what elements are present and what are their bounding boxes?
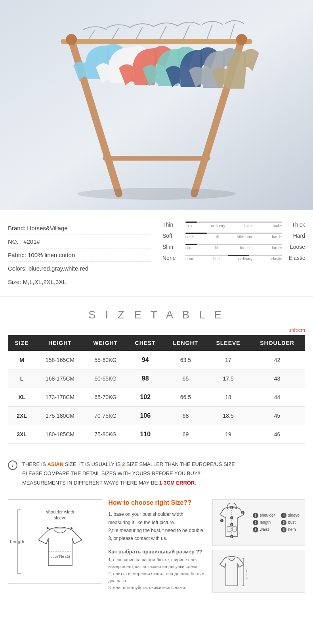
notice-highlight-asian: ASIAN [48,461,63,467]
col-lenght: LENGHT [164,335,207,351]
attr-soft-hard: Soft soft+ soft little hard hard+ Hard [162,233,305,239]
table-cell: 102 [127,388,164,407]
attr-slim-loose: Slim slim fit loose larger Loose [162,244,305,250]
attributes-panel: Thin thin ordinary thick thick+ Thick So… [158,222,305,288]
length-label: Length [10,540,25,544]
svg-text:5: 5 [231,517,232,519]
table-cell: XL [8,388,36,407]
legend-num-1: 1 [253,513,258,518]
notice-mid1: SIZE. IT IS USUALLY IS [63,461,122,467]
table-cell: 70-75KG [84,407,127,425]
attr-thin-thick: Thin thin ordinary thick thick+ Thick [162,222,305,228]
table-cell: 158-165CM [36,351,84,369]
table-cell: 68 [164,407,207,425]
attr-label-hard: Hard [285,233,305,239]
table-cell: 18 [207,388,249,407]
attr-bg [185,244,282,245]
table-header-row: SIZE HEIGHT WEIGHT CHEST LENGHT SLEEVE S… [8,335,305,351]
svg-text:3: 3 [231,524,232,526]
how-steps-ru: 1, основание на вашем бюсте, ширине плеч… [108,557,206,591]
table-row: 2XL175-180CM70-75KG1066818.545 [8,407,305,425]
attr-sub: soft+ soft little hard hard+ [185,235,282,239]
legend-num-6: 6 [281,527,286,532]
table-cell: 65 [164,369,207,388]
table-cell: 66.5 [164,388,207,407]
table-row: XL173-178CM65-70KG10266.51844 [8,388,305,407]
how-middle: How to choose right Size?? 1. base on yo… [108,499,206,591]
col-chest: CHEST [127,335,164,351]
hoodie-diagram: 1 2 3 4 5 6 1 shoulder [212,499,305,546]
how-steps-ru-title: Как выбрать правильный размер ?? [108,549,206,555]
notice-post1: SIZE SMALLER THAN THE EUROPE/US SIZE [125,461,235,467]
step-ru-3: 2, плитка измерения бюста, она должна бы… [108,570,206,584]
table-cell: 110 [127,425,164,444]
size-table: SIZE HEIGHT WEIGHT CHEST LENGHT SLEEVE S… [8,335,305,444]
how-right: 1 2 3 4 5 6 1 shoulder [212,499,305,593]
notice-line2: PLEASE COMPARE THE DETAIL SIZES WITH YOU… [22,469,235,478]
table-cell: M [8,351,36,369]
legend-label-bust: bust [288,519,296,526]
table-cell: 17.5 [207,369,249,388]
legend-hem: 6 hem [281,526,300,533]
legend-waist: 3 waist [253,526,275,533]
svg-rect-0 [0,0,313,210]
attr-fill [185,222,197,223]
step-1b: measuring it like the left picture. [108,519,206,527]
attr-fill [228,255,249,256]
notice-line1: THERE IS ASIAN SIZE. IT IS USUALLY IS 2 … [22,460,235,469]
svg-text:length: length [246,574,248,576]
svg-text:1: 1 [231,507,232,509]
table-cell: 55-60KG [84,351,127,369]
table-cell: 19 [207,425,249,444]
how-steps-en: 1. base on your bust,shoulder width. mea… [108,510,206,543]
step-ru-4: 3, или, пожалуйста, свяжитесь с нами. [108,584,206,591]
attr-none-elastic: None none liltte ordinary elastic Elasti… [162,255,305,261]
table-cell: 69 [164,425,207,444]
attr-bar-none-elastic: none liltte ordinary elastic [185,255,282,261]
brand-info-left: Brand: Horses&Village NO. : #201# Fabric… [8,222,158,288]
fabric-row: Fabric: 100% linen cotton [8,248,151,262]
table-cell: 94 [127,351,164,369]
table-cell: 98 [127,369,164,388]
legend-num-4: 4 [281,513,286,518]
svg-text:bust(Tile  x2): bust(Tile x2) [50,555,70,559]
table-cell: 60-65KG [84,369,127,388]
attr-bar-thin-thick: thin ordinary thick thick+ [185,222,282,228]
svg-text:waist: waist [245,577,248,579]
svg-point-14 [77,188,236,200]
svg-text:2: 2 [242,512,243,514]
table-cell: 168-175CM [36,369,84,388]
table-cell: 18.5 [207,407,249,425]
notice-line3: MEASUREMENTS IN DIFFERENT WAYS THERE MAY… [22,478,235,487]
col-weight: WEIGHT [84,335,127,351]
attr-label-slim: Slim [162,244,182,250]
tshirt-guide-svg: 2 length waist [216,553,248,589]
table-cell: 42 [249,351,305,369]
legend-num-3: 3 [253,527,258,532]
size-table-title: S I Z E T A B L E [8,309,305,321]
table-cell: 65-70KG [84,388,127,407]
col-size: SIZE [8,335,36,351]
svg-point-5 [66,34,77,45]
svg-point-6 [236,34,247,45]
size-row: Size: M,L,XL,2XL,3XL [8,275,151,288]
tshirt-diagram-svg: bust(Tile x2) [29,522,92,574]
size-table-section: S I Z E T A B L E unit:cm SIZE HEIGHT WE… [0,297,313,452]
table-cell: 180-185CM [36,425,84,444]
attr-sub: none liltte ordinary elastic [185,257,282,261]
attr-label-soft: Soft [162,233,182,239]
table-cell: 45 [249,407,305,425]
attr-label-loose: Loose [285,244,305,250]
table-cell: L [8,369,36,388]
table-cell: 2XL [8,407,36,425]
info-section: Brand: Horses&Village NO. : #201# Fabric… [0,210,313,297]
attr-label-thick: Thick [285,222,305,228]
svg-rect-19 [227,527,231,531]
attr-fill [185,244,197,245]
attr-label-elastic: Elastic [285,255,305,261]
legend-col1: 1 shoulder 2 length 3 waist [253,512,275,533]
notice-pre3: MEASUREMENTS IN DIFFERENT WAYS THERE MAY… [22,480,159,486]
attr-label-thin: Thin [162,222,182,228]
legend-label-hem: hem [288,526,296,533]
how-diagram-left: Length shoulder width sleeve bust(Tile x… [8,499,102,584]
